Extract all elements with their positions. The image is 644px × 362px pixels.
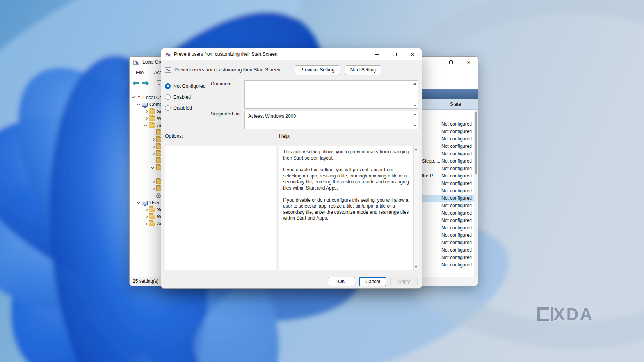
chevron-right-icon[interactable] [150, 179, 156, 185]
setting-state: Not configured [441, 121, 472, 127]
scroll-up-icon[interactable] [413, 83, 416, 85]
scroll-down-icon[interactable] [413, 125, 416, 127]
chevron-right-icon[interactable] [150, 151, 156, 156]
desktop: XDA Local Group Policy Editor × File Act… [0, 0, 644, 362]
details-pane: State Not configured Not configured [421, 89, 478, 277]
scroll-down-icon[interactable] [415, 266, 418, 268]
chevron-right-icon[interactable] [150, 137, 156, 142]
close-button[interactable]: × [460, 57, 478, 67]
details-row[interactable]: Not configured [421, 209, 474, 217]
chevron-down-icon[interactable] [150, 165, 156, 170]
state-column-header[interactable]: State [450, 101, 461, 107]
setting-name: Prevent users from customizing their Sta… [174, 67, 280, 73]
maximize-button[interactable] [442, 57, 460, 67]
details-row[interactable]: Not configured [421, 150, 474, 158]
ok-button[interactable]: OK [328, 277, 355, 286]
details-row[interactable]: Not configured [421, 143, 474, 150]
xda-watermark-text: XDA [553, 306, 593, 323]
back-arrow-icon[interactable] [132, 81, 139, 86]
tree-spacer [150, 158, 156, 163]
chevron-right-icon[interactable] [143, 221, 149, 227]
details-row[interactable]: Not configured [421, 247, 474, 254]
details-row[interactable]: Not configured [421, 202, 474, 209]
next-setting-button[interactable]: Next Setting [345, 65, 381, 75]
details-row[interactable]: the R... Not configured [421, 172, 474, 180]
dialog-buttons: OK Cancel Apply [328, 277, 418, 286]
maximize-button[interactable] [386, 48, 404, 60]
radio-button-icon[interactable] [165, 94, 171, 100]
scroll-up-icon[interactable] [413, 113, 416, 115]
minimize-button[interactable] [368, 48, 386, 60]
chevron-down-icon[interactable] [143, 123, 149, 128]
forward-arrow-icon[interactable] [142, 81, 149, 86]
setting-state: Not configured [441, 225, 472, 231]
gpedit-app-icon [133, 60, 139, 65]
toolbar-separator [153, 80, 153, 87]
setting-state: Not configured [441, 136, 472, 142]
setting-name-fragment: Sleep, ... [422, 158, 441, 164]
setting-state: Not configured [441, 173, 472, 179]
chevron-right-icon[interactable] [150, 186, 156, 192]
details-row[interactable]: Not configured [421, 224, 474, 232]
menu-file[interactable]: File [136, 70, 144, 75]
xda-watermark: XDA [537, 306, 593, 323]
close-button[interactable]: × [404, 48, 422, 60]
details-row[interactable]: Not configured [421, 195, 474, 202]
details-row[interactable]: Not configured [421, 165, 474, 172]
details-row[interactable]: Not configured [421, 232, 474, 239]
details-row[interactable]: Not configured [421, 261, 474, 269]
help-scrollbar[interactable] [413, 146, 419, 270]
setting-state: Not configured [441, 144, 472, 149]
apply-button[interactable]: Apply [390, 277, 418, 286]
supported-on-value: At least Windows 2000 [248, 114, 296, 119]
comment-input[interactable] [244, 80, 418, 109]
details-row[interactable]: Not configured [421, 239, 474, 247]
chevron-down-icon[interactable] [130, 95, 137, 100]
user-config-icon [142, 201, 148, 205]
folder-icon [149, 222, 155, 226]
radio-not-configured[interactable]: Not Configured [165, 82, 206, 90]
tree-spacer [150, 193, 156, 199]
previous-setting-button[interactable]: Previous Setting [295, 65, 340, 75]
chevron-right-icon[interactable] [150, 144, 156, 149]
gear-icon [156, 193, 161, 198]
chevron-right-icon[interactable] [143, 207, 149, 213]
chevron-right-icon[interactable] [143, 109, 149, 114]
scroll-up-icon[interactable] [415, 148, 418, 150]
cancel-button[interactable]: Cancel [359, 277, 386, 286]
gpedit-caption-buttons: × [424, 57, 478, 67]
details-row[interactable]: Not configured [421, 254, 474, 261]
dialog-titlebar[interactable]: Prevent users from customizing their Sta… [161, 48, 422, 60]
setting-state: Not configured [441, 188, 472, 193]
folder-icon [149, 215, 155, 219]
details-row[interactable]: Not configured [421, 187, 474, 195]
chevron-down-icon[interactable] [136, 200, 142, 206]
details-rows: Not configured Not configured Not config… [421, 110, 474, 277]
setting-state: Not configured [441, 158, 472, 164]
details-row[interactable]: Not configured [421, 217, 474, 224]
radio-enabled[interactable]: Enabled [165, 93, 206, 101]
minimize-button[interactable] [424, 57, 442, 67]
details-row[interactable]: Not configured [421, 180, 474, 187]
vertical-scrollbar[interactable] [474, 110, 478, 277]
chevron-right-icon[interactable] [143, 214, 149, 220]
setting-state: Not configured [441, 247, 472, 253]
scroll-down-icon[interactable] [413, 105, 416, 106]
details-row[interactable]: Not configured [421, 128, 474, 135]
scrollbar-thumb[interactable] [475, 112, 477, 174]
setting-state: Not configured [441, 181, 472, 186]
radio-button-icon[interactable] [165, 83, 171, 89]
details-row[interactable]: Not configured [421, 135, 474, 143]
details-row[interactable]: Not configured [421, 121, 474, 128]
radio-button-icon[interactable] [165, 105, 171, 111]
setting-icon [165, 67, 171, 73]
computer-config-icon [142, 103, 148, 107]
help-label: Help: [279, 133, 290, 139]
setting-state: Not configured [441, 203, 472, 208]
chevron-down-icon[interactable] [136, 102, 142, 107]
chevron-right-icon[interactable] [143, 116, 149, 121]
supported-on-box[interactable]: At least Windows 2000 [244, 111, 418, 129]
setting-state: Not configured [441, 195, 472, 201]
radio-disabled[interactable]: Disabled [165, 104, 206, 112]
details-row[interactable]: Sleep, ... Not configured [421, 158, 474, 165]
